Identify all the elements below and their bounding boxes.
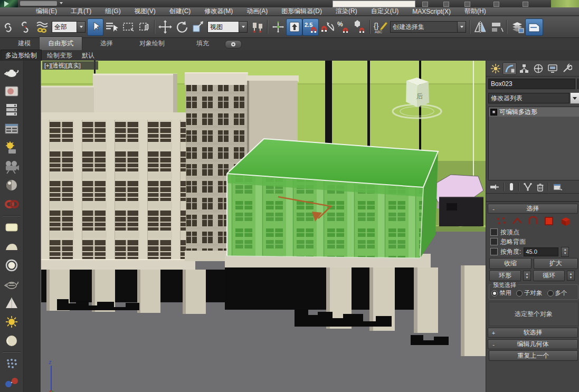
menu-help[interactable]: 帮助(H) <box>458 7 493 16</box>
configure-modifier-sets-icon[interactable] <box>553 183 563 192</box>
make-unique-icon[interactable] <box>523 183 533 191</box>
window-crossing-toggle-button[interactable] <box>136 18 153 36</box>
titlebar-icon[interactable] <box>422 2 428 7</box>
menu-modifiers[interactable]: 修改器(M) <box>197 7 240 16</box>
angle-value-field[interactable] <box>524 247 558 256</box>
daylight-button[interactable] <box>2 139 21 157</box>
viewport-label-text[interactable]: [+][透视][真实] <box>44 62 81 69</box>
ignore-backfacing-checkbox[interactable] <box>490 238 498 245</box>
stack-item-editable-poly[interactable]: ■ 可编辑多边形 <box>489 107 579 117</box>
titlebar-icon[interactable] <box>443 2 449 7</box>
tab-display[interactable] <box>545 62 559 75</box>
ring-spinner[interactable]: ▲▼ <box>523 271 531 281</box>
keyboard-shortcut-override-toggle[interactable] <box>286 18 302 36</box>
ring-button[interactable]: 环形 <box>489 270 521 281</box>
tab-modify[interactable] <box>502 62 517 75</box>
subtab-paint-deform[interactable]: 绘制变形 <box>43 50 77 61</box>
wire-teapot-button[interactable] <box>2 275 21 293</box>
expand-icon[interactable]: + <box>491 330 496 336</box>
layer-manager-button[interactable] <box>509 18 525 36</box>
menu-group[interactable]: 组(G) <box>98 7 127 16</box>
by-vertex-checkbox[interactable] <box>490 228 498 236</box>
align-button[interactable] <box>488 18 505 36</box>
object-color-swatch[interactable] <box>577 79 578 89</box>
ribbon-tab-modeling[interactable]: 建模 <box>10 37 39 50</box>
titlebar-icon[interactable] <box>523 2 528 7</box>
ribbon-tab-populate[interactable]: 填充 <box>188 37 217 50</box>
unlink-selection-button[interactable] <box>17 18 34 36</box>
tab-hierarchy[interactable] <box>517 62 531 75</box>
rollout-selection-header[interactable]: - 选择 <box>488 204 578 214</box>
ribbon-minimize-button[interactable] <box>225 40 242 49</box>
ribbon-tab-object-paint[interactable]: 对象绘制 <box>131 37 173 50</box>
named-selection-sets-dropdown[interactable]: 创建选择集 <box>390 21 466 33</box>
modifier-list-arrow[interactable] <box>570 92 579 104</box>
viewport-canvas[interactable]: 后 <box>41 61 486 392</box>
show-end-result-icon[interactable] <box>508 182 515 192</box>
select-and-manipulate-button[interactable] <box>270 18 286 36</box>
menu-maxscript[interactable]: MAXScript(X) <box>405 8 458 15</box>
menu-customize[interactable]: 自定义(U) <box>364 7 406 16</box>
rollout-soft-selection-header[interactable]: + 软选择 <box>488 328 578 338</box>
remove-modifier-trash-icon[interactable] <box>536 183 544 192</box>
material-preview-button[interactable] <box>2 82 21 100</box>
particle-array-button[interactable] <box>2 355 21 372</box>
molecule-button[interactable] <box>2 374 21 391</box>
angle-spinner[interactable]: ▲▼ <box>561 247 569 257</box>
reference-coordsys-dropdown[interactable]: 视图 <box>207 21 248 33</box>
menu-edit[interactable]: 编辑(E) <box>29 7 64 16</box>
select-and-scale-button[interactable] <box>189 18 206 36</box>
ribbon-tab-selection[interactable]: 选择 <box>92 37 121 50</box>
rectangular-selection-region-button[interactable] <box>120 18 136 36</box>
repeat-last-button[interactable]: 重复上一个 <box>489 350 578 361</box>
menu-rendering[interactable]: 渲染(R) <box>329 7 364 16</box>
menu-graph-editors[interactable]: 图形编辑器(D) <box>274 7 329 16</box>
loop-spinner[interactable]: ▲▼ <box>567 271 575 281</box>
mirror-button[interactable] <box>472 18 488 36</box>
tab-utilities[interactable] <box>559 62 574 75</box>
modifier-stack[interactable]: ■ 可编辑多边形 <box>488 107 579 180</box>
quick-access-arrow-icon[interactable] <box>60 2 63 4</box>
select-and-link-button[interactable] <box>1 18 17 36</box>
stack-expand-icon[interactable]: ■ <box>490 109 497 116</box>
shrink-button[interactable]: 收缩 <box>489 258 531 269</box>
tab-create[interactable] <box>488 62 502 75</box>
menu-views[interactable]: 视图(V) <box>128 7 163 16</box>
light-sphere-button[interactable] <box>2 177 21 195</box>
sphere-object-button[interactable] <box>2 332 21 350</box>
snaps-toggle-2-5d[interactable]: 2.5 <box>302 18 319 36</box>
render-teapot-button[interactable] <box>2 63 21 81</box>
menu-animation[interactable]: 动画(A) <box>240 7 274 16</box>
percent-snap-toggle[interactable]: % <box>335 18 352 36</box>
use-pivot-point-center-button[interactable] <box>249 18 265 36</box>
subobject-edge-button[interactable] <box>511 216 523 226</box>
rollout-edit-geometry-header[interactable]: - 编辑几何体 <box>488 339 578 349</box>
subtab-polydraw[interactable]: 多边形绘制 <box>1 50 42 62</box>
spinner-snap-toggle[interactable] <box>352 18 368 36</box>
preview-subobject-radio[interactable] <box>516 290 523 297</box>
pin-stack-icon[interactable] <box>489 183 500 191</box>
subobject-polygon-button[interactable] <box>544 216 555 226</box>
selection-filter-dropdown[interactable]: 全部 <box>52 21 86 33</box>
sun-object-button[interactable] <box>2 313 21 331</box>
by-angle-checkbox[interactable] <box>490 248 498 255</box>
subobject-vertex-button[interactable] <box>496 216 507 226</box>
curve-editor-button[interactable] <box>2 101 21 119</box>
collapse-icon[interactable]: - <box>491 206 496 212</box>
subobject-element-button[interactable] <box>559 216 572 226</box>
subtab-defaults[interactable]: 默认 <box>78 50 99 61</box>
plane-object-button[interactable] <box>2 218 21 236</box>
angle-snap-toggle[interactable] <box>319 18 335 36</box>
camera-button[interactable] <box>2 158 21 176</box>
preview-disabled-radio[interactable] <box>491 290 498 297</box>
select-and-move-button[interactable] <box>157 18 173 36</box>
cone-object-button[interactable] <box>2 294 21 312</box>
selected-box023[interactable] <box>227 139 438 258</box>
object-name-field[interactable] <box>488 79 575 89</box>
titlebar-icon[interactable] <box>493 2 499 7</box>
edit-named-selection-sets-button[interactable]: {}ABC <box>372 18 388 36</box>
select-object-button[interactable] <box>87 18 103 36</box>
viewport-label[interactable]: [+][透视][真实] <box>42 61 98 70</box>
menu-tools[interactable]: 工具(T) <box>64 7 98 16</box>
menu-create[interactable]: 创建(C) <box>163 7 198 16</box>
